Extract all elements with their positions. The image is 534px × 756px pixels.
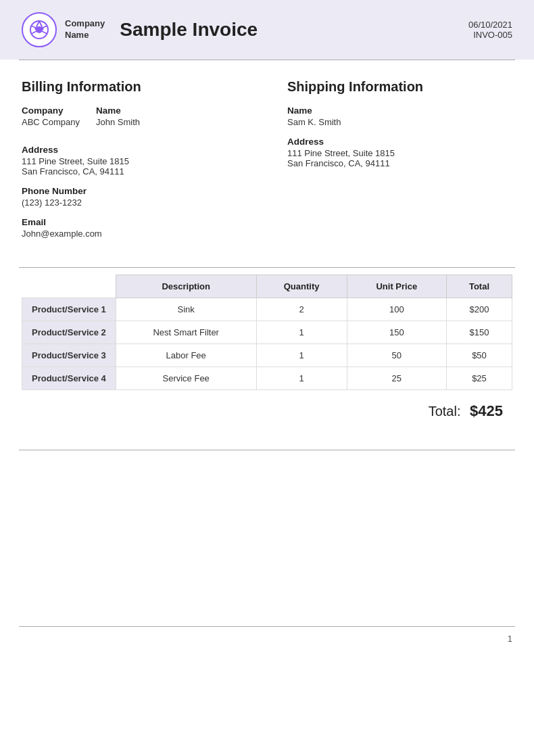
company-logo-icon — [22, 12, 57, 47]
shipping-address-group: Address 111 Pine Street, Suite 1815 San … — [287, 137, 512, 168]
row-description-1: Sink — [116, 298, 256, 321]
col-description: Description — [116, 275, 256, 298]
billing-name-group: Name John Smith — [96, 105, 140, 127]
row-unit-price-3: 50 — [347, 344, 446, 367]
info-section: Billing Information Company ABC Company … — [0, 60, 534, 267]
row-description-4: Service Fee — [116, 367, 256, 390]
row-total-3: $50 — [446, 344, 512, 367]
row-quantity-4: 1 — [256, 367, 347, 390]
table-section: Description Quantity Unit Price Total Pr… — [0, 268, 534, 439]
shipping-name-group: Name Sam K. Smith — [287, 105, 512, 127]
col-total: Total — [446, 275, 512, 298]
billing-company-value: ABC Company — [22, 117, 80, 127]
total-row: Total: $425 — [22, 390, 512, 423]
invoice-table: Description Quantity Unit Price Total Pr… — [22, 275, 512, 390]
billing-email-group: Email John@example.com — [22, 217, 247, 239]
total-label: Total: — [429, 404, 461, 419]
invoice-number: INVO-005 — [468, 30, 512, 40]
shipping-address-line1: 111 Pine Street, Suite 1815 — [287, 148, 512, 158]
row-description-3: Labor Fee — [116, 344, 256, 367]
row-unit-price-1: 100 — [347, 298, 446, 321]
row-label-1: Product/Service 1 — [22, 298, 116, 321]
footer-top-divider — [19, 450, 515, 450]
shipping-title: Shipping Information — [287, 79, 512, 95]
row-total-4: $25 — [446, 367, 512, 390]
row-total-1: $200 — [446, 298, 512, 321]
invoice-title: Sample Invoice — [120, 19, 258, 41]
billing-company-name-row: Company ABC Company Name John Smith — [22, 105, 247, 137]
billing-name-label: Name — [96, 105, 140, 116]
shipping-address-label: Address — [287, 137, 512, 147]
billing-phone-group: Phone Number (123) 123-1232 — [22, 186, 247, 208]
billing-email-value: John@example.com — [22, 229, 247, 239]
row-unit-price-2: 150 — [347, 321, 446, 344]
billing-column: Billing Information Company ABC Company … — [22, 79, 274, 248]
billing-company-group: Company ABC Company — [22, 105, 80, 127]
page-number: 1 — [0, 627, 534, 651]
header-left: Company Name Sample Invoice — [22, 12, 258, 47]
billing-address-line1: 111 Pine Street, Suite 1815 — [22, 156, 247, 166]
row-quantity-3: 1 — [256, 344, 347, 367]
col-unit-price: Unit Price — [347, 275, 446, 298]
company-name: Company Name — [65, 18, 105, 41]
row-label-2: Product/Service 2 — [22, 321, 116, 344]
table-row: Product/Service 3 Labor Fee 1 50 $50 — [22, 344, 512, 367]
billing-name-value: John Smith — [96, 117, 140, 127]
row-unit-price-4: 25 — [347, 367, 446, 390]
billing-email-label: Email — [22, 217, 247, 227]
shipping-column: Shipping Information Name Sam K. Smith A… — [274, 79, 512, 248]
col-quantity: Quantity — [256, 275, 347, 298]
total-amount: $425 — [470, 402, 503, 419]
header-info: 06/10/2021 INVO-005 — [468, 20, 512, 40]
billing-address-group: Address 111 Pine Street, Suite 1815 San … — [22, 145, 247, 176]
header: Company Name Sample Invoice 06/10/2021 I… — [0, 0, 534, 60]
table-row: Product/Service 2 Nest Smart Filter 1 15… — [22, 321, 512, 344]
row-quantity-1: 2 — [256, 298, 347, 321]
billing-title: Billing Information — [22, 79, 247, 95]
billing-address-label: Address — [22, 145, 247, 155]
row-total-2: $150 — [446, 321, 512, 344]
row-label-3: Product/Service 3 — [22, 344, 116, 367]
row-quantity-2: 1 — [256, 321, 347, 344]
table-header-row: Description Quantity Unit Price Total — [22, 275, 512, 298]
shipping-name-label: Name — [287, 105, 512, 116]
billing-company-label: Company — [22, 105, 80, 116]
shipping-address-line2: San Francisco, CA, 94111 — [287, 158, 512, 168]
shipping-name-value: Sam K. Smith — [287, 117, 512, 127]
invoice-date: 06/10/2021 — [468, 20, 512, 30]
billing-phone-value: (123) 123-1232 — [22, 197, 247, 208]
billing-phone-label: Phone Number — [22, 186, 247, 196]
table-row: Product/Service 1 Sink 2 100 $200 — [22, 298, 512, 321]
row-description-2: Nest Smart Filter — [116, 321, 256, 344]
billing-address-line2: San Francisco, CA, 94111 — [22, 166, 247, 176]
table-row: Product/Service 4 Service Fee 1 25 $25 — [22, 367, 512, 390]
row-label-4: Product/Service 4 — [22, 367, 116, 390]
